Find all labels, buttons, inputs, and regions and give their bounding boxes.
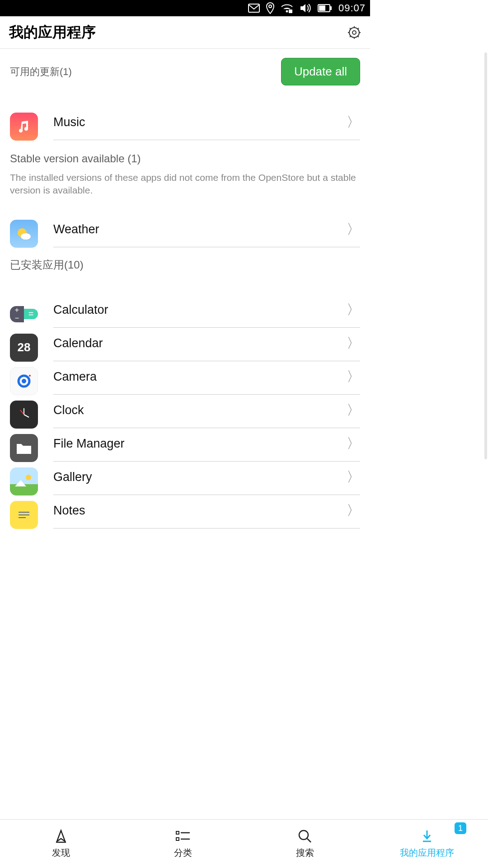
app-label: File Manager — [53, 437, 125, 451]
app-label: Gallery — [53, 470, 92, 484]
svg-point-21 — [29, 375, 31, 377]
weather-icon — [10, 220, 38, 248]
svg-rect-3 — [289, 9, 292, 13]
app-label: Calendar — [53, 336, 103, 350]
update-all-button[interactable]: Update all — [281, 58, 360, 85]
svg-point-25 — [26, 475, 31, 480]
gallery-icon — [10, 467, 38, 495]
app-row-camera[interactable]: Camera 〉 — [0, 362, 370, 395]
app-row-gallery[interactable]: Gallery 〉 — [0, 462, 370, 495]
svg-line-23 — [24, 415, 29, 417]
app-row-calculator[interactable]: +−= Calculator 〉 — [0, 295, 370, 328]
app-header: 我的应用程序 — [0, 16, 370, 49]
svg-line-13 — [350, 28, 351, 29]
chevron-right-icon: 〉 — [347, 113, 360, 132]
chevron-right-icon: 〉 — [347, 334, 360, 353]
status-time: 09:07 — [338, 2, 366, 14]
installed-section-title: 已安装应用(10) — [0, 248, 370, 286]
notes-icon — [10, 501, 38, 529]
app-label: Calculator — [53, 303, 108, 317]
svg-rect-6 — [330, 6, 332, 10]
app-label: Clock — [53, 403, 84, 417]
svg-line-15 — [350, 36, 351, 37]
folder-icon — [10, 434, 38, 462]
app-row-clock[interactable]: Clock 〉 — [0, 395, 370, 429]
mail-icon — [248, 4, 260, 13]
chevron-right-icon: 〉 — [347, 220, 360, 239]
app-label: Weather — [53, 222, 99, 236]
svg-point-1 — [269, 5, 272, 8]
calendar-icon: 28 — [10, 334, 38, 362]
chevron-right-icon: 〉 — [347, 434, 360, 453]
volume-icon — [300, 3, 311, 14]
stable-section-desc: The installed versions of these apps did… — [0, 168, 370, 202]
chevron-right-icon: 〉 — [347, 301, 360, 319]
svg-point-8 — [352, 31, 356, 34]
calendar-day-number: 28 — [18, 340, 31, 354]
clock-icon — [10, 401, 38, 429]
app-label: Camera — [53, 370, 97, 384]
svg-line-14 — [357, 36, 359, 37]
updates-count-label: 可用的更新(1) — [10, 65, 72, 79]
app-label: Notes — [53, 504, 85, 518]
location-icon — [266, 2, 274, 14]
svg-point-20 — [22, 379, 26, 383]
settings-button[interactable] — [347, 26, 361, 39]
wifi-icon — [281, 3, 293, 13]
app-row-calendar[interactable]: 28 Calendar 〉 — [0, 328, 370, 362]
calculator-icon: +−= — [10, 300, 38, 328]
status-bar: 09:07 — [0, 0, 370, 16]
app-row-notes[interactable]: Notes 〉 — [0, 495, 370, 529]
chevron-right-icon: 〉 — [347, 368, 360, 386]
svg-point-18 — [21, 233, 31, 240]
app-row-weather[interactable]: Weather 〉 — [0, 214, 370, 248]
app-row-music[interactable]: Music 〉 — [0, 107, 370, 141]
app-label: Music — [53, 115, 85, 129]
svg-line-16 — [357, 28, 359, 29]
chevron-right-icon: 〉 — [347, 401, 360, 420]
svg-rect-0 — [249, 4, 259, 12]
content: 可用的更新(1) Update all Music 〉 Stable versi… — [0, 49, 370, 609]
page-title: 我的应用程序 — [9, 23, 96, 42]
updates-section-header: 可用的更新(1) Update all — [0, 49, 370, 94]
chevron-right-icon: 〉 — [347, 501, 360, 520]
app-row-filemanager[interactable]: File Manager 〉 — [0, 429, 370, 462]
chevron-right-icon: 〉 — [347, 468, 360, 486]
svg-line-24 — [20, 410, 24, 415]
svg-rect-5 — [319, 5, 325, 11]
camera-icon — [10, 367, 38, 395]
music-icon — [10, 113, 38, 141]
battery-icon — [318, 4, 332, 12]
stable-section-title: Stable version available (1) — [0, 141, 370, 168]
svg-point-2 — [286, 10, 288, 13]
